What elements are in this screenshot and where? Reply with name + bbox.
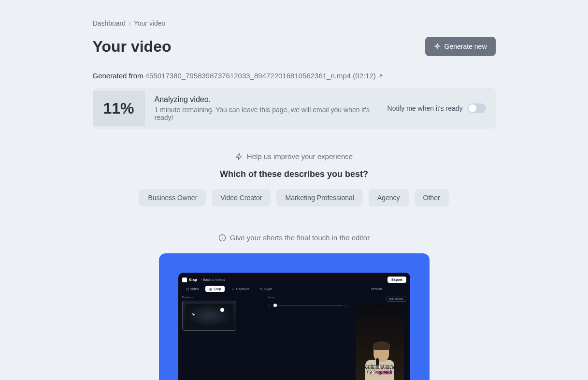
sparkle-icon: [434, 43, 441, 50]
editor-tab-video: ▢Video: [182, 286, 203, 292]
editor-export-button: Export: [387, 277, 406, 283]
progress-title: Analyzing video.: [155, 95, 378, 104]
source-file-link[interactable]: 455017380_7958398737612033_8947220168105…: [145, 72, 384, 80]
survey-option-video-creator[interactable]: Video Creator: [212, 189, 271, 206]
editor-tab-crop: ⊞Crop: [205, 286, 225, 292]
progress-subtitle: 1 minute remaining. You can leave this p…: [155, 106, 378, 121]
survey-option-business-owner[interactable]: Business Owner: [139, 189, 206, 206]
editor-header-text: Give your shorts the final touch in the …: [230, 234, 370, 242]
generate-new-button[interactable]: Generate new: [425, 37, 496, 56]
editor-app-mock: Klap ‹ Back to videos Export ▢Video ⊞Cro…: [178, 273, 410, 380]
page-title: Your video: [93, 38, 172, 56]
editor-orientation-label: Vertical: [371, 287, 382, 291]
survey-question: Which of these describes you best?: [93, 169, 496, 179]
cursor-icon: [191, 312, 196, 318]
survey-options: Business Owner Video Creator Marketing P…: [93, 189, 496, 206]
editor-preview-card: Klap ‹ Back to videos Export ▢Video ⊞Cro…: [159, 253, 430, 380]
editor-position-thumb: [182, 301, 236, 331]
toggle-knob: [469, 104, 476, 112]
info-icon: [218, 234, 226, 242]
external-link-icon: [378, 73, 384, 79]
notify-label: Notify me when it's ready: [387, 104, 463, 112]
survey-option-marketing[interactable]: Marketing Professional: [276, 189, 362, 206]
editor-video-preview: Animals have that special: [356, 304, 404, 380]
chevron-right-icon: ›: [129, 19, 131, 27]
editor-caption-overlay: Animals have that special: [356, 365, 404, 375]
lightning-icon: [235, 153, 243, 161]
editor-back-link: ‹ Back to videos: [201, 278, 225, 281]
editor-tab-captions: ≡Captions: [228, 286, 253, 292]
progress-card: 11% Analyzing video. 1 minute remaining.…: [93, 88, 496, 129]
notify-toggle[interactable]: [468, 103, 486, 113]
editor-logo: Klap: [182, 278, 197, 282]
survey-option-other[interactable]: Other: [415, 189, 449, 206]
survey-header-text: Help us improve your experience: [247, 152, 353, 161]
breadcrumb-dashboard[interactable]: Dashboard: [93, 19, 126, 27]
editor-hide-preview: Hide preview: [387, 296, 406, 302]
editor-size-slider: ▢ ▢: [268, 304, 347, 307]
editor-sizes-label: Sizes: [268, 296, 347, 299]
editor-positions-label: Positions: [182, 296, 262, 299]
survey-option-agency[interactable]: Agency: [369, 189, 409, 206]
generated-from: Generated from 455017380_795839873761203…: [93, 72, 496, 80]
breadcrumb: Dashboard › Your video: [93, 19, 496, 27]
progress-percent: 11%: [93, 91, 145, 126]
survey-section: Help us improve your experience Which of…: [93, 152, 496, 206]
breadcrumb-current: Your video: [134, 19, 166, 27]
editor-tab-style: ✎Style: [256, 286, 276, 292]
